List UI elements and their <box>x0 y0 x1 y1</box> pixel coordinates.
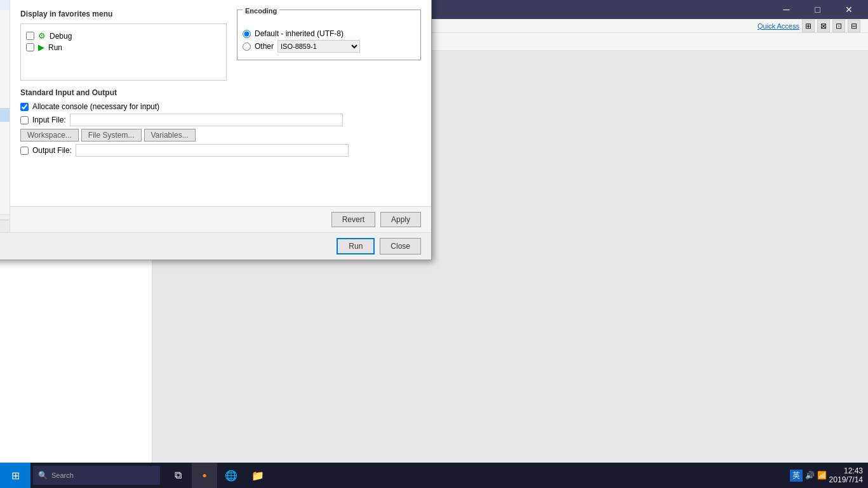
favorites-col: Display in favorites menu ⚙ Debug <box>20 10 227 81</box>
network-icon[interactable]: 📶 <box>817 471 827 480</box>
system-tray: 英 🔊 📶 <box>790 470 827 482</box>
io-title: Standard Input and Output <box>20 88 421 97</box>
speaker-icon[interactable]: 🔊 <box>805 471 815 480</box>
input-file-input[interactable] <box>70 114 343 126</box>
debug-checkbox[interactable] <box>26 32 34 40</box>
ime-indicator[interactable]: 英 <box>790 470 803 482</box>
debug-label: Debug <box>50 32 72 41</box>
apply-button[interactable]: Apply <box>380 212 421 227</box>
clock-date: 2019/7/14 <box>829 475 863 484</box>
encoding-other-radio[interactable] <box>243 43 251 51</box>
encoding-col: Encoding Default - inherited (UTF-8) Oth… <box>237 10 421 81</box>
config-item-java-applet[interactable]: ☕ Java Applet <box>0 10 10 24</box>
debug-row: ⚙ Debug <box>26 31 221 41</box>
quick-access-label[interactable]: Quick Access <box>758 22 799 30</box>
toolbar-icon1[interactable]: ⊞ <box>802 20 815 32</box>
taskbar: ⊞ 🔍 Search ⧉ ● 🌐 📁 英 🔊 📶 12:43 2019/7/14 <box>0 463 868 488</box>
file-system-button[interactable]: File System... <box>81 129 142 142</box>
config-item-bbb[interactable]: m2 bbb <box>0 94 10 108</box>
config-items-list: ⚙ Grunt G Gulp 🌐 HTTP Preview <box>0 0 10 214</box>
encoding-box: Encoding Default - inherited (UTF-8) Oth… <box>237 10 421 60</box>
workspace-button[interactable]: Workspace... <box>20 129 79 142</box>
allocate-console-checkbox[interactable] <box>20 103 29 111</box>
filter-status: Filter matched 25 of 32 items <box>0 220 10 232</box>
encoding-default-label: Default - inherited (UTF-8) <box>255 29 344 38</box>
config-item-yonghe-a[interactable]: m2 yonghe-ssm01 <box>0 122 10 136</box>
input-file-row: Input File: <box>20 114 421 126</box>
encoding-other-label: Other <box>255 42 274 51</box>
config-item-j2ee[interactable]: 📦 J2EE Preview <box>0 0 10 10</box>
output-file-checkbox[interactable] <box>20 147 29 155</box>
common-tab-body: Save as Local file Shared file: Browse <box>10 0 431 206</box>
two-col-section: Display in favorites menu ⚙ Debug <box>20 10 421 81</box>
encoding-other-row: Other ISO-8859-1 UTF-8 UTF-16 <box>243 40 415 53</box>
allocate-console-label: Allocate console (necessary for input) <box>32 102 159 111</box>
close-dialog-button[interactable]: Close <box>380 238 421 254</box>
taskbar-icon-task-view[interactable]: ⧉ <box>165 463 190 488</box>
config-item-junit-plugin[interactable]: Jü JUnit Plug-in Test <box>0 52 10 66</box>
input-file-label: Input File: <box>32 115 66 124</box>
config-item-maven[interactable]: ▼ m2 Maven Build <box>0 80 10 94</box>
run-row: ▶ Run <box>26 43 221 52</box>
config-item-junit[interactable]: Ju JUnit <box>0 38 10 52</box>
taskbar-right: 英 🔊 📶 12:43 2019/7/14 <box>790 466 868 484</box>
revert-button[interactable]: Revert <box>331 212 375 227</box>
toolbar-icon3[interactable]: ⊡ <box>832 20 845 32</box>
encoding-title: Encoding <box>243 7 279 15</box>
favorites-title: Display in favorites menu <box>20 10 227 18</box>
encoding-default-row: Default - inherited (UTF-8) <box>243 29 415 38</box>
run-label: Run <box>48 43 62 52</box>
taskbar-clock[interactable]: 12:43 2019/7/14 <box>829 466 863 484</box>
encoding-dropdown[interactable]: ISO-8859-1 UTF-8 UTF-16 <box>277 40 360 53</box>
config-item-java-app[interactable]: ☕ Java Application <box>0 24 10 38</box>
taskbar-icon-eclipse[interactable]: ● <box>192 463 217 488</box>
io-buttons-row: Workspace... File System... Variables... <box>20 129 421 142</box>
config-item-new-config[interactable]: m2 New_configuration <box>0 108 10 122</box>
close-button[interactable]: ✕ <box>834 0 863 19</box>
maximize-button[interactable]: □ <box>803 0 832 19</box>
encoding-default-radio[interactable] <box>243 30 251 38</box>
input-file-checkbox[interactable] <box>20 116 29 124</box>
config-item-nodejs[interactable]: N Node.js Application <box>0 150 10 164</box>
output-file-input[interactable] <box>76 144 349 157</box>
config-item-xsl[interactable]: X XSL <box>0 192 10 206</box>
run-configurations-dialog: ▶ Run Configurations ─ □ ✕ Create, manag… <box>0 0 432 260</box>
favorites-section: ⚙ Debug ▶ Run <box>20 23 227 81</box>
output-file-row: Output File: <box>20 144 421 157</box>
io-section: Standard Input and Output Allocate conso… <box>20 88 421 157</box>
config-details-panel: Name: ▶ Main ☕ JRE <box>10 0 431 232</box>
config-item-osgi[interactable]: ⚙ OSGi Framework <box>0 164 10 178</box>
config-item-launch-group[interactable]: ▶ Launch Group <box>0 66 10 80</box>
start-button[interactable]: ⊞ <box>0 463 30 488</box>
clock-time: 12:43 <box>844 466 863 475</box>
debug-icon: ⚙ <box>38 31 46 41</box>
toolbar-icon2[interactable]: ⊠ <box>817 20 830 32</box>
taskbar-search[interactable]: 🔍 Search <box>33 466 160 485</box>
minimize-button[interactable]: ─ <box>772 0 801 19</box>
allocate-console-row: Allocate console (necessary for input) <box>20 102 421 111</box>
output-file-label: Output File: <box>32 146 72 155</box>
toolbar-icon4[interactable]: ⊟ <box>848 20 860 32</box>
config-item-task-context[interactable]: Jü Task Context Test <box>0 178 10 192</box>
revert-apply-row: Revert Apply <box>10 206 431 232</box>
taskbar-icon-explorer[interactable]: 📁 <box>245 463 270 488</box>
taskbar-icon-chrome[interactable]: 🌐 <box>218 463 244 488</box>
run-icon: ▶ <box>38 43 44 52</box>
run-checkbox[interactable] <box>26 43 34 51</box>
config-list-panel: 📄 ⧉ 📤 ✕ ⊟ ☰ ⚙ <box>0 0 10 232</box>
variables-button[interactable]: Variables... <box>144 129 196 142</box>
dialog-footer: ? Run Close <box>0 232 431 260</box>
run-button[interactable]: Run <box>337 238 375 254</box>
config-item-yonghe-b[interactable]: m2 yonghe-ssm01 (1) <box>0 136 10 150</box>
